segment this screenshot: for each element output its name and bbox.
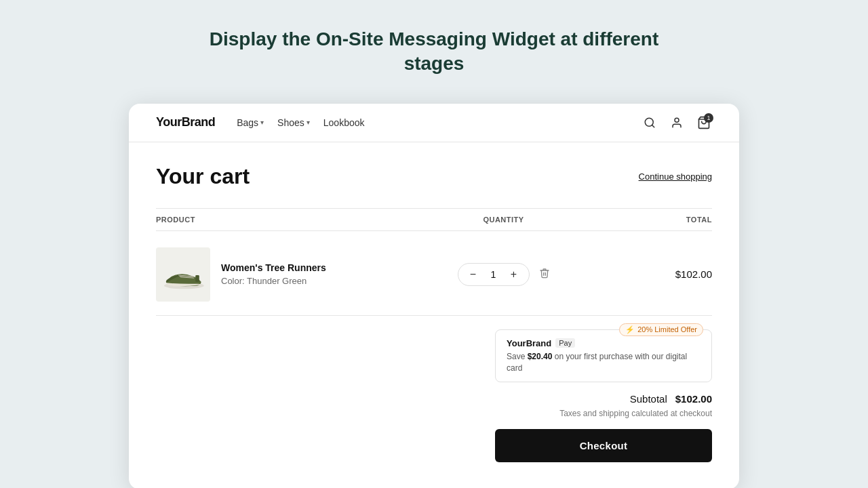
brand-logo[interactable]: YourBrand — [156, 115, 215, 129]
chevron-down-icon: ▾ — [307, 119, 310, 126]
promo-description: Save $20.40 on your first purchase with … — [507, 351, 701, 374]
svg-line-1 — [652, 125, 654, 127]
promo-badge-text: 20% Limited Offer — [637, 325, 697, 333]
navbar: YourBrand Bags ▾ Shoes ▾ Lookbook — [129, 104, 739, 142]
quantity-col: − 1 + — [434, 263, 573, 286]
nav-links: Bags ▾ Shoes ▾ Lookbook — [237, 117, 364, 128]
promo-brand-name: YourBrand — [507, 338, 551, 348]
table-header: PRODUCT QUANTITY TOTAL — [156, 208, 712, 231]
promo-badge: ⚡ 20% Limited Offer — [619, 323, 703, 336]
item-total: $102.00 — [573, 268, 712, 280]
subtotal-label: Subtotal — [630, 393, 667, 405]
promo-save-amount: $20.40 — [528, 352, 553, 361]
column-quantity: QUANTITY — [434, 216, 573, 224]
navbar-left: YourBrand Bags ▾ Shoes ▾ Lookbook — [156, 115, 365, 129]
product-image — [156, 247, 210, 302]
cart-icon[interactable]: 1 — [696, 115, 712, 131]
promo-prefix: Save — [507, 352, 528, 361]
product-col: Women's Tree Runners Color: Thunder Gree… — [156, 247, 434, 302]
search-icon[interactable] — [642, 115, 658, 131]
promo-widget: ⚡ 20% Limited Offer YourBrand Pay Save $… — [495, 329, 712, 383]
product-color: Color: Thunder Green — [221, 276, 326, 286]
cart-header: Your cart Continue shopping — [156, 164, 712, 189]
subtotal-row: Subtotal $102.00 — [630, 393, 712, 405]
account-icon[interactable] — [669, 115, 685, 131]
product-info: Women's Tree Runners Color: Thunder Gree… — [221, 262, 326, 286]
promo-brand-row: YourBrand Pay — [507, 338, 701, 348]
browser-frame: YourBrand Bags ▾ Shoes ▾ Lookbook — [129, 104, 739, 488]
cart-badge: 1 — [704, 113, 713, 123]
table-row: Women's Tree Runners Color: Thunder Gree… — [156, 234, 712, 316]
svg-point-2 — [675, 118, 679, 122]
tax-note: Taxes and shipping calculated at checkou… — [559, 409, 712, 418]
checkout-button[interactable]: Checkout — [495, 429, 712, 462]
column-product: PRODUCT — [156, 216, 434, 224]
svg-rect-8 — [195, 275, 199, 282]
quantity-value: 1 — [488, 269, 499, 280]
delete-item-button[interactable] — [539, 268, 550, 281]
cart-content: Your cart Continue shopping PRODUCT QUAN… — [129, 142, 739, 488]
quantity-increase-button[interactable]: + — [507, 268, 521, 281]
continue-shopping-link[interactable]: Continue shopping — [639, 171, 712, 182]
page-heading: Display the On-Site Messaging Widget at … — [197, 27, 671, 77]
nav-link-shoes[interactable]: Shoes ▾ — [277, 117, 310, 128]
navbar-right: 1 — [642, 115, 712, 131]
chevron-down-icon: ▾ — [260, 119, 264, 126]
nav-link-bags[interactable]: Bags ▾ — [237, 117, 264, 128]
column-total: TOTAL — [573, 216, 712, 224]
subtotal-value: $102.00 — [675, 393, 712, 405]
nav-link-lookbook[interactable]: Lookbook — [323, 117, 365, 128]
product-name: Women's Tree Runners — [221, 262, 326, 273]
quantity-control: − 1 + — [458, 263, 530, 286]
lightning-icon: ⚡ — [625, 325, 635, 334]
cart-title: Your cart — [156, 164, 250, 189]
quantity-decrease-button[interactable]: − — [467, 268, 480, 281]
promo-section: ⚡ 20% Limited Offer YourBrand Pay Save $… — [156, 329, 712, 463]
promo-pay-badge: Pay — [555, 338, 575, 348]
